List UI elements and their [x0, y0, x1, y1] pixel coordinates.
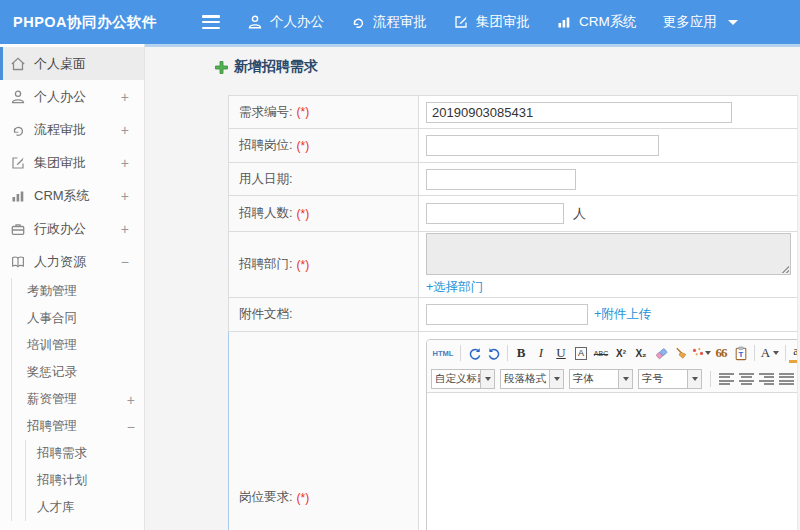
sidebar-item-crm[interactable]: CRM系统 + — [0, 179, 144, 212]
page-title: 新增招聘需求 — [234, 58, 318, 76]
collapse-minus-icon[interactable]: − — [121, 254, 129, 270]
select-department-link[interactable]: +选择部门 — [426, 279, 483, 296]
sidebar-item-salary[interactable]: 薪资管理+ — [12, 386, 144, 413]
autoformat-button[interactable] — [691, 344, 711, 363]
paste-button[interactable]: T — [731, 344, 751, 363]
sidebar-item-recruit-plan[interactable]: 招聘计划 — [26, 467, 144, 494]
char-border-button[interactable]: A — [571, 344, 591, 363]
top-nav: 个人办公 流程审批 集团审批 CRM系统 更多应用 — [247, 0, 738, 44]
subscript-button[interactable]: X₂ — [631, 344, 651, 363]
expand-plus-icon[interactable]: + — [121, 155, 129, 171]
align-right-button[interactable] — [759, 373, 774, 386]
collapse-minus-icon[interactable]: − — [127, 419, 135, 435]
form-row-requirement: 岗位要求:(*) HTML B I U A ABC X² X₂ — [228, 332, 798, 530]
undo-icon — [467, 346, 482, 361]
font-color-button[interactable]: A — [758, 344, 782, 363]
superscript-button[interactable]: X² — [611, 344, 631, 363]
svg-text:T: T — [739, 350, 744, 359]
bar-chart-icon — [10, 188, 26, 204]
nav-personal-office[interactable]: 个人办公 — [247, 13, 324, 31]
align-justify-button[interactable] — [779, 373, 794, 386]
field-label: 岗位要求: — [239, 489, 292, 506]
expand-plus-icon[interactable]: + — [121, 221, 129, 237]
sidebar-item-desktop[interactable]: 个人桌面 — [0, 47, 144, 80]
recruit-demand-form: 需求编号:(*) 招聘岗位:(*) 用人日期: 招聘人数:(*) 人 招聘部门:… — [228, 95, 798, 530]
sidebar-item-workflow-approval[interactable]: 流程审批 + — [0, 113, 144, 146]
align-center-button[interactable] — [739, 373, 754, 386]
field-label: 招聘人数: — [239, 205, 292, 222]
eraser-icon — [654, 346, 669, 361]
app-logo: PHPOA协同办公软件 — [13, 13, 157, 32]
expand-plus-icon[interactable]: + — [127, 392, 135, 408]
form-row-req-no: 需求编号:(*) — [228, 96, 798, 129]
sidebar-item-training[interactable]: 培训管理 — [12, 332, 144, 359]
caret-down-icon — [728, 20, 738, 25]
form-row-date: 用人日期: — [228, 163, 798, 196]
color-dots-icon — [691, 346, 705, 360]
sidebar-item-attendance[interactable]: 考勤管理 — [12, 278, 144, 305]
attachment-upload-link[interactable]: +附件上传 — [594, 306, 651, 323]
expand-plus-icon[interactable]: + — [121, 188, 129, 204]
blockquote-button[interactable]: 66 — [711, 344, 731, 363]
user-icon — [10, 89, 26, 105]
briefcase-icon — [10, 221, 26, 237]
bold-button[interactable]: B — [511, 344, 531, 363]
font-family-select[interactable]: 字体 — [569, 369, 633, 389]
sidebar-hr-submenu: 考勤管理 人事合同 培训管理 奖惩记录 薪资管理+ 招聘管理− 招聘需求 招聘计… — [11, 278, 144, 521]
paragraph-format-select[interactable]: 段落格式 — [500, 369, 564, 389]
nav-more-apps[interactable]: 更多应用 — [663, 13, 738, 31]
redo-icon — [487, 346, 502, 361]
add-plus-icon — [215, 61, 228, 74]
underline-button[interactable]: U — [551, 344, 571, 363]
bg-color-button[interactable]: a — [789, 344, 797, 363]
editor-toolbar-row2: 自定义标题 段落格式 字体 字号 — [427, 366, 797, 393]
italic-button[interactable]: I — [531, 344, 551, 363]
app-header: PHPOA协同办公软件 个人办公 流程审批 集团审批 CRM系统 更多应用 — [0, 0, 800, 44]
format-brush-button[interactable] — [671, 344, 691, 363]
undo-button[interactable] — [464, 344, 484, 363]
sidebar: 个人桌面 个人办公 + 流程审批 + 集团审批 + CRM系统 + 行政办公 +… — [0, 44, 145, 530]
sidebar-item-admin-office[interactable]: 行政办公 + — [0, 212, 144, 245]
count-input[interactable] — [426, 203, 564, 224]
field-label: 招聘部门: — [239, 256, 292, 273]
sidebar-item-recruit-mgmt[interactable]: 招聘管理− — [12, 413, 144, 440]
required-marker: (*) — [296, 258, 309, 272]
department-textarea[interactable] — [426, 233, 791, 275]
field-label: 附件文档: — [239, 306, 292, 323]
attachment-input[interactable] — [426, 304, 588, 325]
rich-text-editor: HTML B I U A ABC X² X₂ 66 T — [426, 339, 797, 530]
nav-crm[interactable]: CRM系统 — [556, 13, 637, 31]
nav-workflow-approval[interactable]: 流程审批 — [350, 13, 427, 31]
html-source-button[interactable]: HTML — [429, 344, 457, 363]
align-left-button[interactable] — [719, 373, 734, 386]
broom-icon — [674, 346, 689, 361]
bar-chart-icon — [556, 14, 572, 30]
caret-down-icon — [549, 370, 563, 388]
sidebar-item-hr[interactable]: 人力资源 − — [0, 245, 144, 278]
page-title-bar: 新增招聘需求 — [215, 58, 318, 76]
eraser-button[interactable] — [651, 344, 671, 363]
field-label: 用人日期: — [239, 171, 292, 188]
hamburger-menu-icon[interactable] — [202, 15, 220, 29]
expand-plus-icon[interactable]: + — [121, 89, 129, 105]
sidebar-item-talent-pool[interactable]: 人才库 — [26, 494, 144, 521]
expand-plus-icon[interactable]: + — [121, 122, 129, 138]
sidebar-item-rewards[interactable]: 奖惩记录 — [12, 359, 144, 386]
user-icon — [247, 14, 263, 30]
sidebar-item-recruit-demand[interactable]: 招聘需求 — [26, 440, 144, 467]
req-no-input[interactable] — [426, 102, 732, 123]
font-size-select[interactable]: 字号 — [638, 369, 702, 389]
sidebar-item-personal-office[interactable]: 个人办公 + — [0, 80, 144, 113]
date-input[interactable] — [426, 169, 576, 190]
editor-content-area[interactable] — [427, 393, 797, 530]
heading-select[interactable]: 自定义标题 — [431, 369, 495, 389]
sidebar-item-group-approval[interactable]: 集团审批 + — [0, 146, 144, 179]
edit-icon — [453, 14, 469, 30]
caret-down-icon — [480, 370, 494, 388]
sidebar-item-hr-contract[interactable]: 人事合同 — [12, 305, 144, 332]
nav-group-approval[interactable]: 集团审批 — [453, 13, 530, 31]
workflow-icon — [350, 14, 366, 30]
strikethrough-button[interactable]: ABC — [591, 344, 611, 363]
redo-button[interactable] — [484, 344, 504, 363]
position-input[interactable] — [426, 135, 659, 156]
